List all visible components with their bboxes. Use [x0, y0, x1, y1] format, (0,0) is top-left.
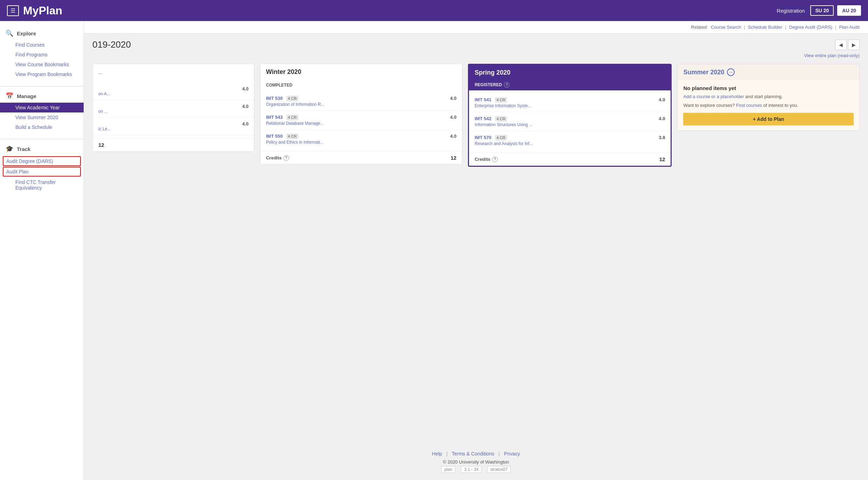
course-credits-badge: 4 CR	[286, 96, 299, 101]
credits-help-icon[interactable]: ?	[284, 155, 289, 161]
course-name-link[interactable]: Research and Analysis for Inf...	[475, 141, 665, 146]
credits-value: 12	[451, 155, 457, 161]
course-name-link[interactable]: Information Structures Using ...	[475, 122, 665, 127]
footer-version: plan 3.1 - 34 stratos07	[91, 466, 861, 473]
next-arrow-button[interactable]: ▶	[848, 40, 860, 50]
course-name-link[interactable]: Policy and Ethics in Informati...	[266, 140, 456, 145]
table-row: 4.0 on ...	[93, 100, 254, 118]
sidebar-item-find-courses[interactable]: Find Courses	[0, 40, 84, 50]
related-course-search[interactable]: Course Search	[711, 25, 741, 30]
spring-term-header: Spring 2020	[469, 65, 671, 81]
fall-term-courses: 4.0 on A... 4.0 on ... 4.0	[93, 80, 254, 138]
view-entire-plan-link[interactable]: View entire plan (read-only)	[92, 53, 860, 58]
fall-term-card: ... 4.0 on A... 4.0	[92, 64, 254, 152]
course-name-link[interactable]: Relational Database Manage...	[266, 121, 456, 126]
winter-term-card: Winter 2020 COMPLETED IMT 530 4 CR 4.0	[260, 64, 462, 165]
footer-version-plan: plan	[441, 466, 456, 473]
registration-label: Registration	[777, 8, 805, 14]
table-row: IMT 543 4 CR 4.0 Relational Database Man…	[260, 111, 462, 130]
table-row: IMT 541 4 CR 4.0 Enterprise Information …	[469, 93, 671, 112]
manage-label: Manage	[17, 93, 36, 99]
related-degree-audit[interactable]: Degree Audit (DARS)	[789, 25, 833, 30]
sidebar-item-view-summer-2020[interactable]: View Summer 2020	[0, 112, 84, 122]
footer-links: Help | Terms & Conditions | Privacy	[91, 451, 861, 457]
summer-term-card: Summer 2020 → No planned items yet Add a…	[677, 64, 860, 131]
summer-add-link[interactable]: Add a course or a placeholder	[683, 94, 744, 99]
fall-term-footer: 12	[93, 138, 254, 151]
course-name-link[interactable]: Enterprise Information Syste...	[475, 103, 665, 108]
menu-icon: ☰	[10, 8, 15, 14]
plan-header-row: 019-2020 ◀ ▶	[92, 39, 860, 50]
page-footer: Help | Terms & Conditions | Privacy © 20…	[84, 444, 868, 480]
spring-credits-help-icon[interactable]: ?	[492, 157, 498, 162]
sidebar-item-course-bookmarks[interactable]: View Course Bookmarks	[0, 60, 84, 69]
table-row: IMT 550 4 CR 4.0 Policy and Ethics in In…	[260, 130, 462, 148]
winter-term-status: COMPLETED	[260, 80, 462, 89]
course-gpa: 4.0	[450, 133, 456, 139]
course-credits-badge: 4 CR	[495, 116, 507, 122]
summer-arrow-icon[interactable]: →	[727, 68, 735, 76]
course-credits-badge: 4 CR	[495, 135, 507, 140]
manage-header: 📅 Manage	[0, 89, 84, 103]
related-schedule-builder[interactable]: Schedule Builder	[748, 25, 782, 30]
track-section: 🎓 Track Audit Degree (DARS) Audit Plan F…	[0, 142, 84, 193]
sidebar: 🔍 Explore Find Courses Find Programs Vie…	[0, 21, 84, 480]
footer-version-server: stratos07	[487, 466, 511, 473]
spring-status-help-icon[interactable]: ?	[504, 82, 510, 88]
course-gpa: 4.0	[659, 116, 665, 121]
calendar-icon: 📅	[6, 92, 13, 100]
track-label: Track	[17, 146, 30, 152]
fall-term-header: ...	[93, 64, 254, 80]
prev-arrow-button[interactable]: ◀	[835, 40, 847, 50]
sidebar-item-audit-plan[interactable]: Audit Plan	[3, 167, 81, 177]
nav-arrows: ◀ ▶	[835, 40, 860, 50]
app-header: ☰ MyPlan Registration SU 20 AU 20	[0, 0, 868, 21]
related-label: Related:	[691, 25, 708, 30]
spring-term-status: REGISTERED ?	[469, 81, 671, 90]
terms-row: ... 4.0 on A... 4.0	[92, 64, 860, 167]
course-code-link[interactable]: IMT 543	[266, 115, 283, 120]
search-icon: 🔍	[6, 29, 13, 37]
sidebar-item-build-schedule[interactable]: Build a Schedule	[0, 122, 84, 132]
summer-no-items: No planned items yet	[683, 85, 854, 91]
app-logo: MyPlan	[23, 4, 777, 17]
explore-section: 🔍 Explore Find Courses Find Programs Vie…	[0, 27, 84, 79]
su20-button[interactable]: SU 20	[810, 5, 834, 16]
course-credits-badge: 4 CR	[286, 133, 299, 139]
course-code-link[interactable]: IMT 542	[475, 116, 491, 121]
course-gpa: 4.0	[450, 96, 456, 101]
credits-label: Credits ?	[475, 157, 498, 162]
credits-value: 12	[659, 156, 665, 162]
sidebar-item-audit-degree[interactable]: Audit Degree (DARS)	[3, 156, 81, 166]
footer-terms-link[interactable]: Terms & Conditions	[452, 451, 494, 457]
table-row: IMT 542 4 CR 4.0 Information Structures …	[469, 112, 671, 131]
course-name-link[interactable]: Organization of Information R...	[266, 102, 456, 107]
course-gpa: 4.0	[659, 97, 665, 102]
course-code-link[interactable]: IMT 541	[475, 97, 491, 102]
menu-button[interactable]: ☰	[7, 5, 19, 16]
spring-term-footer: Credits ? 12	[469, 152, 671, 166]
table-row: 4.0 on A...	[93, 83, 254, 100]
sidebar-item-view-academic-year[interactable]: View Academic Year	[0, 103, 84, 112]
track-header: 🎓 Track	[0, 142, 84, 156]
au20-button[interactable]: AU 20	[837, 5, 861, 16]
related-plan-audit[interactable]: Plan Audit	[839, 25, 860, 30]
course-credits-badge: 4 CR	[495, 97, 507, 103]
course-code-link[interactable]: IMT 570	[475, 135, 491, 140]
course-code-link[interactable]: IMT 550	[266, 133, 283, 139]
footer-privacy-link[interactable]: Privacy	[504, 451, 520, 457]
sidebar-item-find-programs[interactable]: Find Programs	[0, 50, 84, 60]
footer-copyright: © 2020 University of Washington	[91, 459, 861, 465]
add-to-plan-button[interactable]: + Add to Plan	[683, 113, 854, 125]
sidebar-item-program-bookmarks[interactable]: View Program Bookmarks	[0, 69, 84, 79]
footer-help-link[interactable]: Help	[432, 451, 442, 457]
summer-find-courses-link[interactable]: Find courses	[736, 103, 762, 108]
course-code-link[interactable]: IMT 530	[266, 96, 283, 101]
plan-area: 019-2020 ◀ ▶ View entire plan (read-only…	[84, 34, 868, 444]
plan-title: 019-2020	[92, 39, 131, 50]
sidebar-item-ctc-transfer[interactable]: Find CTC Transfer Equivalency	[0, 177, 84, 193]
footer-version-number: 3.1 - 34	[461, 466, 482, 473]
table-row: IMT 570 4 CR 3.8 Research and Analysis f…	[469, 131, 671, 150]
explore-header: 🔍 Explore	[0, 27, 84, 40]
winter-term-footer: Credits ? 12	[260, 151, 462, 164]
